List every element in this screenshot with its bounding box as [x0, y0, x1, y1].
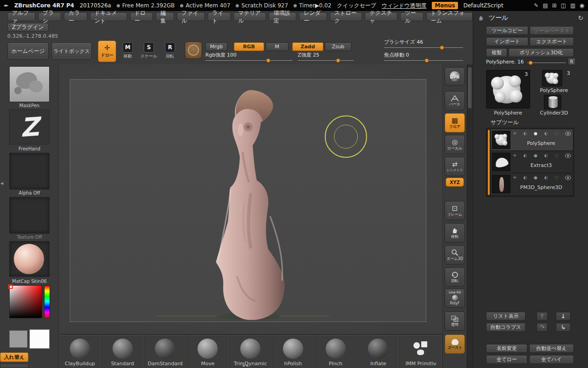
slider-handle[interactable] [336, 58, 340, 63]
subtool-down-button[interactable]: ↓ [556, 312, 571, 321]
bpr-render-button[interactable]: BPR [445, 67, 465, 86]
homepage-button[interactable]: ホームページ [7, 42, 49, 60]
tray-brush-standard[interactable]: Standard [102, 335, 144, 368]
sculpt-model[interactable] [197, 83, 307, 322]
clipped-button[interactable] [0, 363, 28, 368]
duplicate-button[interactable]: 複製 [486, 48, 507, 57]
polypaint-icon[interactable]: ◐ [523, 153, 527, 158]
window-split-icon[interactable]: ⊞ [552, 2, 557, 9]
main-color-swatch[interactable] [9, 330, 28, 348]
subtool-item[interactable]: ✛ ◐ ● ◐ ◌ PolySphere [491, 129, 573, 151]
subtool-add-icon[interactable]: ✛ [513, 175, 517, 180]
current-material-thumbnail[interactable] [9, 241, 50, 277]
recent-tool2-thumbnail[interactable] [544, 95, 561, 109]
menu-file[interactable]: ファイル [177, 12, 205, 21]
rotate-canvas-button[interactable]: 回転 [445, 267, 465, 287]
tool-paste-button[interactable]: ツールペースト [530, 26, 574, 35]
slider-handle[interactable] [440, 46, 444, 50]
polypaint-icon[interactable]: ◐ [523, 175, 527, 180]
tray-brush-pinch[interactable]: Pinch [315, 335, 357, 368]
active-tool-thumbnail[interactable]: 3 [486, 70, 530, 109]
subtool-up-button[interactable]: ↑ [537, 312, 548, 321]
floor-grid-button[interactable]: ▦ フロア [445, 113, 465, 132]
redo-arrow-button[interactable]: ↷ [537, 323, 548, 332]
document-layout-icon[interactable]: ▥ [570, 2, 575, 9]
tray-brush-move[interactable]: Move [187, 335, 229, 368]
tray-collapse-icon[interactable]: ◀ [0, 181, 3, 185]
current-stroke-thumbnail[interactable]: Z [9, 109, 50, 144]
all-low-button[interactable]: 全てロー [486, 355, 527, 364]
local-transform-button[interactable]: ◎ ローカル [445, 135, 465, 154]
zsub-button[interactable]: Zsub [325, 42, 351, 51]
current-material-button[interactable] [185, 41, 202, 59]
rename-button[interactable]: 名前変更 [486, 344, 527, 353]
menus-toggle-button[interactable]: Menus [432, 2, 458, 9]
shader-half-icon[interactable]: ◐ [544, 175, 548, 180]
monitor-icon[interactable]: ◫ [561, 2, 566, 9]
menu-color[interactable]: カラー [64, 12, 87, 21]
subtool-section-title[interactable]: サブツール [491, 119, 519, 126]
rgb-intensity-slider[interactable]: Rgb強度 100 [205, 52, 293, 61]
menu-document[interactable]: ドキュメント [90, 12, 127, 21]
tray-brush-imm-primitive[interactable]: IMM Primitiv [400, 335, 442, 368]
current-alpha-thumbnail[interactable] [9, 153, 50, 190]
recent-tool-thumbnail[interactable]: 3 [542, 70, 562, 86]
current-texture-thumbnail[interactable] [9, 197, 50, 234]
tool-copy-button[interactable]: ツールコピー [486, 26, 528, 35]
color-picker-hue-bar[interactable] [44, 285, 50, 318]
quick-save-button[interactable]: クイックセーブ [337, 2, 376, 10]
mrgb-button[interactable]: Mrgb [205, 42, 227, 51]
pen-icon[interactable]: ✎ [534, 2, 538, 9]
menu-light[interactable]: ライト [208, 12, 231, 21]
window-opacity-button[interactable]: ウィンドウ透明度 [382, 2, 426, 10]
draw-mode-button[interactable]: ✛ ドロー [98, 40, 116, 62]
export-button[interactable]: エクスポート [530, 37, 574, 46]
switch-color-button[interactable]: 入れ替え [0, 352, 28, 362]
menu-edit[interactable]: 編集 [156, 12, 174, 21]
symmetry-button[interactable]: ⇄ シンメトリ [445, 157, 465, 176]
xyz-axis-button[interactable]: XYZ [446, 178, 464, 187]
rgb-button[interactable]: RGB [234, 42, 264, 51]
tray-brush-hpolish[interactable]: hPolish [272, 335, 315, 368]
menu-draw[interactable]: ドロー [130, 12, 153, 21]
menu-texture[interactable]: テクスチャ [365, 12, 397, 21]
menu-brush[interactable]: ブラシ [38, 12, 62, 21]
zadd-button[interactable]: Zadd [292, 42, 323, 51]
tray-collapse-arrows-icon[interactable]: ▲▲ [243, 363, 249, 367]
r-button[interactable]: R [568, 58, 576, 65]
move-mode-button[interactable]: M 移動 [119, 42, 137, 59]
lock-icon[interactable]: ◉ [580, 2, 584, 9]
subtool-item[interactable]: ✛ ◐ ● ◐ ◌ Extract3 [491, 151, 573, 173]
brush-visibility-icon[interactable]: ◌ [554, 175, 558, 180]
list-view-button[interactable]: リスト表示 [486, 312, 526, 321]
canvas-scrollbar[interactable] [467, 64, 473, 368]
subtool-add-icon[interactable]: ✛ [513, 153, 517, 158]
slider-handle[interactable] [528, 61, 532, 65]
tray-brush-inflate[interactable]: Inflate [357, 335, 400, 368]
eye-icon[interactable] [565, 132, 571, 136]
ghost-button[interactable]: ゴースト [445, 334, 465, 354]
rotate-mode-button[interactable]: R 回転 [161, 42, 179, 59]
secondary-color-swatch[interactable] [29, 329, 50, 349]
lightbox-button[interactable]: ライトボックス [51, 42, 92, 60]
canvas-viewport[interactable] [59, 64, 442, 334]
active-tool-slider-track[interactable] [527, 59, 566, 63]
scrollbar-handle[interactable] [468, 67, 472, 109]
scale-mode-button[interactable]: S スケール [139, 42, 159, 59]
eye-icon[interactable] [565, 154, 571, 158]
active-tool-slider[interactable]: PolySphere. 16 [486, 59, 524, 65]
zoom3d-button[interactable]: ズーム3D [445, 245, 465, 264]
shader-icon[interactable]: ● [534, 153, 537, 158]
m-button[interactable]: M [266, 42, 288, 51]
auto-collapse-button[interactable]: 自動コラプス [486, 323, 526, 332]
menu-alpha[interactable]: アルファ [7, 12, 35, 21]
tray-brush-claybuildup[interactable]: ClayBuildup [59, 335, 102, 368]
auto-reorder-button[interactable]: 自動並べ替え [529, 344, 574, 353]
shader-half-icon[interactable]: ◐ [544, 131, 548, 136]
brush-visibility-icon[interactable]: ◌ [554, 153, 558, 158]
all-high-button[interactable]: 全てハイ [529, 355, 574, 364]
transparent-button[interactable]: 透明 [445, 311, 465, 331]
brush-visibility-icon[interactable]: ◌ [554, 131, 558, 136]
palette-config-icon[interactable]: ▤ [543, 2, 548, 9]
tray-brush-trimdynamic[interactable]: TrimDynamic [229, 335, 272, 368]
